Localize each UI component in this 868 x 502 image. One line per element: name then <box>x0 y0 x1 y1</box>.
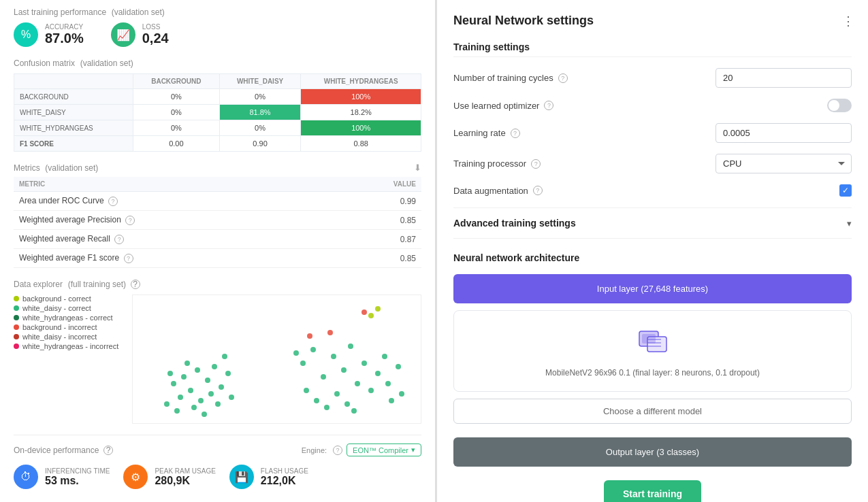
perf-cards: ⏱ INFERENCING TIME 53 ms. ⚙ PEAK RAM USA… <box>14 465 421 489</box>
on-device-title: On-device performance ? <box>14 445 113 455</box>
augmentation-checkbox[interactable]: ✓ <box>839 184 852 197</box>
advanced-settings-chevron: ▾ <box>847 218 852 229</box>
svg-point-13 <box>174 408 180 414</box>
architecture-title: Neural network architecture <box>453 252 852 263</box>
help-icon[interactable]: ? <box>114 235 124 244</box>
legend-item: white_hydrangeas - incorrect <box>14 342 118 350</box>
svg-point-14 <box>208 391 214 397</box>
row-label-bg: BACKGROUND <box>14 89 133 105</box>
last-training-label: Last training performance <box>14 7 106 17</box>
svg-point-27 <box>341 367 347 373</box>
inferencing-label: INFERENCING TIME <box>45 467 110 475</box>
training-settings-title: Training settings <box>453 41 852 57</box>
processor-help-icon[interactable]: ? <box>531 159 541 169</box>
loss-value: 0,24 <box>142 31 169 46</box>
metrics-col-metric: METRIC <box>14 177 336 192</box>
cycles-help-icon[interactable]: ? <box>558 73 568 83</box>
augmentation-help-icon[interactable]: ? <box>533 186 543 195</box>
flash-card: 💾 FLASH USAGE 212,0K <box>229 465 308 489</box>
cycles-row: Number of training cycles ? <box>453 68 852 88</box>
help-icon[interactable]: ? <box>103 446 113 455</box>
download-icon[interactable]: ⬇ <box>414 163 421 173</box>
more-icon[interactable]: ⋮ <box>842 14 854 29</box>
legend-label: white_daisy - incorrect <box>22 333 97 341</box>
learning-rate-help-icon[interactable]: ? <box>511 129 520 138</box>
metric-value: 0.99 <box>336 192 421 211</box>
legend-label: background - incorrect <box>22 323 97 331</box>
data-explorer-title: Data explorer (full training set) ? <box>14 279 421 289</box>
svg-point-19 <box>222 354 227 359</box>
help-icon[interactable]: ? <box>125 216 135 225</box>
svg-point-40 <box>396 364 401 369</box>
svg-point-44 <box>351 408 357 414</box>
metric-name: Weighted average Recall ? <box>14 230 336 249</box>
engine-help-icon[interactable]: ? <box>333 446 342 455</box>
cycles-input[interactable] <box>716 68 852 88</box>
processor-select[interactable]: CPU GPU <box>716 154 852 173</box>
advanced-settings-row[interactable]: Advanced training settings ▾ <box>453 207 852 239</box>
start-training-button[interactable]: Start training <box>604 480 701 502</box>
panel-title: Neural Network settings <box>453 14 852 28</box>
metric-value: 0.85 <box>336 211 421 230</box>
augmentation-label: Data augmentation ? <box>453 186 543 196</box>
processor-row: Training processor ? CPU GPU <box>453 154 852 173</box>
cell: 81.8% <box>219 105 301 120</box>
flash-icon: 💾 <box>229 465 254 489</box>
svg-point-8 <box>164 401 170 407</box>
cell: 0% <box>219 120 301 136</box>
table-row: Weighted average F1 score ? 0.85 <box>14 249 421 268</box>
svg-point-23 <box>300 361 306 366</box>
cell: 0% <box>219 89 301 105</box>
metrics-title: Metrics (validation set) <box>14 163 98 173</box>
table-row: WHITE_HYDRANGEAS 0% 0% 100% <box>14 120 421 136</box>
svg-point-31 <box>314 398 319 403</box>
cell: 0.88 <box>301 136 421 152</box>
cell: 18.2% <box>301 105 421 120</box>
metrics-col-value: VALUE <box>336 177 421 192</box>
loss-label: LOSS <box>142 23 169 31</box>
svg-point-0 <box>171 381 176 386</box>
confusion-col-hydrangeas: WHITE_HYDRANGEAS <box>301 74 421 89</box>
table-row: BACKGROUND 0% 0% 100% <box>14 89 421 105</box>
engine-badge[interactable]: EON™ Compiler ▾ <box>347 444 421 456</box>
svg-point-28 <box>348 344 353 349</box>
cell: 0.00 <box>133 136 220 152</box>
svg-point-42 <box>293 350 299 356</box>
svg-point-30 <box>304 388 309 393</box>
optimizer-toggle[interactable] <box>827 99 852 112</box>
optimizer-row: Use learned optimizer ? <box>453 99 852 112</box>
confusion-matrix-title: Confusion matrix (validation set) <box>14 58 421 68</box>
learning-rate-input[interactable] <box>716 123 852 143</box>
help-icon[interactable]: ? <box>108 197 118 206</box>
svg-point-34 <box>361 361 367 366</box>
data-explorer-content: background - correct white_daisy - corre… <box>14 295 421 424</box>
learning-rate-label: Learning rate ? <box>453 128 520 138</box>
svg-point-32 <box>334 391 340 397</box>
legend-item: background - correct <box>14 295 118 303</box>
legend-item: background - incorrect <box>14 323 118 331</box>
on-device-section: On-device performance ? Engine: ? EON™ C… <box>14 435 421 489</box>
legend-label: white_hydrangeas - correct <box>22 314 113 322</box>
svg-point-2 <box>188 388 193 393</box>
last-training-subtitle: (validation set) <box>112 7 165 17</box>
svg-point-5 <box>178 395 183 400</box>
svg-point-43 <box>324 405 329 410</box>
help-icon[interactable]: ? <box>124 254 133 263</box>
help-icon[interactable]: ? <box>131 280 140 289</box>
right-panel: Neural Network settings ⋮ Training setti… <box>436 0 868 502</box>
input-layer: Input layer (27,648 features) <box>453 274 852 303</box>
row-label-hydrangeas: WHITE_HYDRANGEAS <box>14 120 133 136</box>
legend-item: white_daisy - incorrect <box>14 333 118 341</box>
legend-dot <box>14 334 19 339</box>
svg-point-36 <box>375 371 381 376</box>
model-icon <box>468 324 837 363</box>
svg-point-3 <box>195 367 200 373</box>
svg-point-15 <box>184 361 190 366</box>
svg-point-9 <box>191 405 197 410</box>
svg-point-39 <box>389 398 394 403</box>
table-row: WHITE_DAISY 0% 81.8% 18.2% <box>14 105 421 120</box>
optimizer-help-icon[interactable]: ? <box>544 101 553 110</box>
svg-point-24 <box>310 347 316 352</box>
on-device-header: On-device performance ? Engine: ? EON™ C… <box>14 444 421 456</box>
choose-model-button[interactable]: Choose a different model <box>453 399 852 424</box>
